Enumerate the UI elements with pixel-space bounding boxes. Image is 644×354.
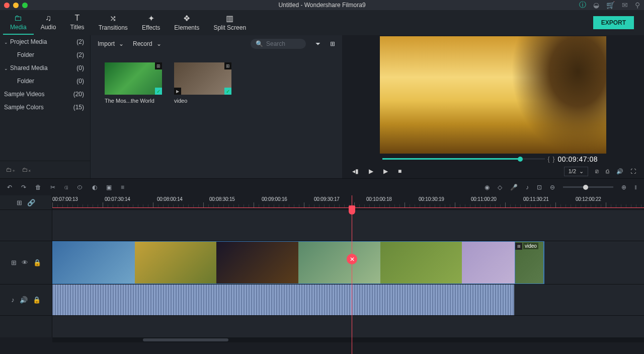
bracket-left-icon[interactable]: { (548, 156, 550, 163)
track-visibility-icon[interactable]: 👁 (22, 259, 28, 266)
adjust-button[interactable]: ≡ (121, 184, 124, 191)
video-clip-2[interactable]: ⊞ video (515, 241, 544, 284)
zoom-out-button[interactable]: ⊖ (550, 184, 555, 191)
mail-icon[interactable]: ✉ (622, 1, 628, 9)
timeline-scrollbar[interactable] (52, 337, 644, 342)
display-settings-icon[interactable]: ⎚ (595, 168, 599, 174)
window-close-button[interactable] (4, 3, 10, 8)
split-button[interactable]: ✂ (50, 184, 55, 191)
tab-split-screen[interactable]: ▥Split Screen (206, 11, 253, 35)
tab-effects[interactable]: ✦Effects (135, 11, 167, 35)
overlay-track[interactable] (52, 210, 644, 241)
fullscreen-icon[interactable]: ⛶ (630, 168, 636, 174)
zoom-fit-button[interactable]: ⦀ (634, 184, 637, 191)
color-button[interactable]: ◐ (92, 184, 97, 191)
zoom-slider[interactable] (563, 186, 613, 188)
tab-audio[interactable]: ♫Audio (34, 11, 63, 35)
timeline-toolbar: ↶ ↷ 🗑 ✂ ⟃ ⏲ ◐ ▣ ≡ ◉ ◇ 🎤 ♪ ⊡ ⊖ ⊕ ⦀ (0, 178, 644, 195)
check-icon: ✓ (224, 88, 231, 95)
undo-button[interactable]: ↶ (7, 184, 12, 191)
music-icon: ♫ (41, 14, 56, 23)
account-icon[interactable]: ◒ (593, 1, 599, 9)
record-dropdown[interactable]: Record⌄ (133, 40, 162, 47)
sidebar-label: Shared Media (10, 64, 48, 72)
marker-button[interactable]: ◇ (498, 184, 502, 191)
track-lock-icon[interactable]: 🔒 (33, 296, 41, 304)
video-clip[interactable] (52, 241, 544, 284)
notifications-icon[interactable]: ⚲ (635, 1, 640, 9)
info-icon[interactable]: ⓘ (579, 1, 586, 10)
import-dropdown[interactable]: Import⌄ (98, 40, 124, 47)
chevron-down-icon: ⌄ (4, 40, 8, 45)
timeline-ruler[interactable]: 00:07:00:1300:07:30:1400:08:00:1400:08:3… (52, 195, 644, 209)
extra-track[interactable] (52, 316, 644, 337)
green-screen-button[interactable]: ▣ (106, 184, 112, 191)
titlebar: Untitled - Wondershare Filmora9 ⓘ ◒ 🛒 ✉ … (0, 0, 644, 10)
add-track-icon[interactable]: ⊞ (17, 199, 22, 206)
media-thumbnail: ⊞ ✓ (105, 62, 162, 95)
search-input[interactable]: 🔍Search (251, 39, 306, 49)
audio-mixer-button[interactable]: ♪ (526, 184, 529, 191)
mark-in-out-button[interactable]: ⊡ (537, 184, 542, 191)
track-lock-icon[interactable]: 🔒 (33, 259, 41, 266)
ruler-label: 00:07:30:14 (105, 196, 157, 202)
ruler-label: 00:08:00:14 (157, 196, 209, 202)
tab-elements[interactable]: ❖Elements (167, 11, 206, 35)
ratio-label: 1/2 (569, 168, 576, 174)
tab-transitions[interactable]: ⤭Transitions (92, 11, 135, 35)
video-track[interactable]: ⊞ video (52, 241, 644, 284)
tab-media[interactable]: 🗀Media (3, 11, 34, 35)
music-icon: ♪ (11, 296, 15, 304)
play-button[interactable]: ▶ (369, 168, 373, 175)
preview-timecode: 00:09:47:08 (558, 155, 604, 163)
scrollbar-thumb[interactable] (143, 338, 228, 341)
chevron-down-icon: ⌄ (156, 40, 162, 47)
play-forward-button[interactable]: ▶ (383, 168, 388, 175)
sidebar-item-shared-media[interactable]: ⌄Shared Media(0) (0, 61, 90, 75)
media-item-label: The Mos...the World (105, 98, 162, 104)
prev-frame-button[interactable]: ◂▮ (352, 168, 359, 175)
preview-scrubber[interactable] (382, 158, 545, 160)
crop-button[interactable]: ⟃ (64, 184, 68, 191)
tab-split-label: Split Screen (213, 24, 246, 31)
sidebar-label: Folder (17, 78, 34, 85)
bracket-right-icon[interactable]: } (553, 156, 555, 163)
audio-track-head: ♪ 🔊 🔒 (0, 285, 52, 315)
delete-folder-button[interactable]: 🗀ₓ (22, 166, 31, 173)
sidebar-item-sample-videos[interactable]: Sample Videos(20) (0, 88, 90, 101)
stop-button[interactable]: ■ (398, 168, 401, 175)
snapshot-icon[interactable]: ⎙ (606, 168, 609, 174)
cart-icon[interactable]: 🛒 (606, 1, 615, 9)
export-button[interactable]: EXPORT (593, 16, 634, 29)
window-minimize-button[interactable] (13, 3, 19, 8)
link-icon[interactable]: 🔗 (27, 199, 35, 206)
sidebar-item-folder[interactable]: Folder(2) (0, 48, 90, 61)
delete-button[interactable]: 🗑 (35, 184, 41, 191)
tab-titles[interactable]: TTitles (63, 11, 91, 35)
window-zoom-button[interactable] (22, 3, 28, 8)
clip-thumbnail (298, 242, 380, 284)
sidebar-item-sample-colors[interactable]: Sample Colors(15) (0, 101, 90, 114)
media-item[interactable]: ⊞ ▶ ✓ video (174, 62, 231, 104)
track-mute-icon[interactable]: 🔊 (20, 296, 28, 304)
media-item[interactable]: ⊞ ✓ The Mos...the World (105, 62, 162, 104)
sidebar-item-project-media[interactable]: ⌄Project Media(2) (0, 35, 90, 48)
audio-clip[interactable] (52, 285, 514, 315)
voiceover-button[interactable]: 🎤 (510, 184, 518, 191)
audio-track[interactable] (52, 285, 644, 315)
preview-quality-dropdown[interactable]: 1/2⌄ (564, 167, 588, 176)
redo-button[interactable]: ↷ (21, 184, 26, 191)
zoom-in-button[interactable]: ⊕ (621, 184, 626, 191)
sidebar-item-folder[interactable]: Folder(0) (0, 75, 90, 88)
sidebar-count: (2) (76, 51, 84, 58)
filter-icon[interactable]: ⏷ (315, 40, 321, 47)
scrubber-knob[interactable] (518, 157, 523, 162)
grid-view-icon[interactable]: ⊞ (330, 40, 335, 47)
speed-button[interactable]: ⏲ (77, 184, 83, 191)
sparkle-icon: ✦ (142, 14, 160, 23)
volume-icon[interactable]: 🔊 (616, 168, 623, 175)
zoom-knob[interactable] (583, 185, 588, 190)
render-preview-button[interactable]: ◉ (485, 184, 490, 191)
new-folder-button[interactable]: 🗀₊ (6, 166, 15, 173)
preview-video[interactable] (380, 36, 606, 154)
